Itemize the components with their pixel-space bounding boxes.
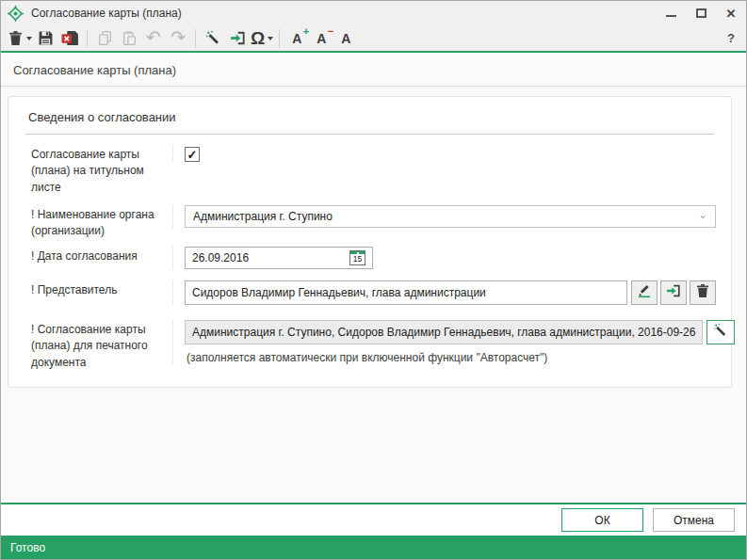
approval-info-panel: Сведения о согласовании Согласование кар… [8, 96, 732, 388]
insert-icon [230, 30, 246, 46]
copy-icon [97, 30, 113, 46]
redo-button[interactable]: ↷ [167, 27, 189, 50]
cancel-button[interactable]: Отмена [653, 508, 735, 532]
footer-button-bar: ОК Отмена [1, 504, 746, 536]
calendar-day: 15 [350, 254, 365, 264]
magic-wand-icon [713, 323, 728, 342]
status-bar: Готово [1, 536, 746, 559]
minimize-button[interactable] [656, 1, 686, 25]
form-row-representative: ! Представитель Сидоров Владимир Геннадь… [24, 280, 716, 320]
autofill-wand-icon [205, 30, 221, 46]
redo-icon: ↷ [171, 28, 186, 46]
approval-date-input[interactable]: 26.09.2016 15 [185, 247, 373, 269]
font-decrease-icon: A− [317, 32, 326, 45]
omega-icon: Ω [251, 29, 265, 47]
window-title: Согласование карты (плана) [31, 7, 182, 20]
field-label: ! Дата согласования [24, 247, 172, 264]
save-button[interactable] [34, 27, 57, 50]
toolbar-separator [195, 29, 196, 48]
representative-input[interactable]: Сидоров Владимир Геннадьевич, глава адми… [185, 280, 627, 305]
representative-value: Сидоров Владимир Геннадьевич, глава адми… [192, 286, 486, 299]
window-controls: ✕ [656, 1, 746, 25]
autofill-wand-button[interactable] [202, 27, 224, 50]
maximize-icon [696, 8, 706, 18]
copy-button[interactable] [93, 27, 116, 50]
special-symbol-button[interactable]: Ω [251, 27, 273, 50]
representative-select-button[interactable] [660, 280, 687, 305]
delete-dropdown-caret-icon [26, 37, 32, 40]
trash-icon [695, 283, 710, 302]
form-row-organization: ! Наименование органа (организации) Адми… [24, 205, 716, 247]
panel-heading: Сведения о согласовании [24, 97, 716, 134]
representative-delete-button[interactable] [690, 280, 716, 305]
paste-icon [122, 30, 138, 46]
undo-icon: ↶ [146, 28, 161, 46]
close-button[interactable]: ✕ [716, 1, 746, 25]
export-excel-icon [61, 30, 79, 46]
delete-icon [8, 30, 24, 46]
field-label: ! Согласование карты (плана) для печатно… [24, 320, 172, 371]
printed-approval-input: Администрация г. Ступино, Сидоров Владим… [185, 320, 703, 344]
form-row-printed-approval: ! Согласование карты (плана) для печатно… [24, 320, 716, 371]
status-text: Готово [10, 541, 45, 554]
approval-form: Согласование карты (плана) на титульном … [24, 135, 716, 371]
maximize-button[interactable] [686, 1, 716, 25]
toolbar: ↶ ↷ [1, 25, 746, 53]
insert-button[interactable] [226, 27, 249, 50]
representative-edit-button[interactable] [631, 280, 658, 305]
font-reset-icon: A [341, 32, 350, 45]
content-area: Согласование карты (плана) Сведения о со… [1, 53, 746, 503]
title-bar: Согласование карты (плана) ✕ [1, 1, 746, 25]
approval-date-value: 26.09.2016 [192, 251, 249, 264]
form-row-title-page-approval: Согласование карты (плана) на титульном … [24, 145, 716, 205]
paste-button[interactable] [118, 27, 140, 50]
pencil-edit-icon [637, 283, 652, 302]
title-page-approval-checkbox[interactable]: ✓ [185, 147, 200, 162]
delete-button[interactable] [8, 27, 32, 50]
chevron-down-icon: ⌄ [698, 208, 707, 221]
omega-dropdown-caret-icon [268, 37, 273, 40]
printed-approval-value: Администрация г. Ступино, Сидоров Владим… [192, 326, 695, 339]
font-increase-icon: A+ [292, 32, 301, 45]
insert-arrow-icon [666, 283, 681, 302]
autocalc-note: (заполняется автоматически при включенно… [185, 351, 735, 364]
toolbar-separator [87, 29, 88, 48]
autocalc-button[interactable] [706, 320, 735, 344]
undo-button[interactable]: ↶ [142, 27, 165, 50]
toolbar-separator [279, 29, 280, 48]
font-increase-button[interactable]: A+ [285, 27, 308, 50]
dialog-window: Согласование карты (плана) ✕ [0, 0, 747, 560]
export-excel-button[interactable] [58, 27, 81, 50]
close-icon: ✕ [726, 7, 737, 21]
font-reset-button[interactable]: A [334, 27, 357, 50]
font-decrease-button[interactable]: A− [310, 27, 333, 50]
compass-app-icon [8, 6, 24, 22]
calendar-icon[interactable]: 15 [349, 250, 365, 265]
form-row-approval-date: ! Дата согласования 26.09.2016 15 [24, 247, 716, 280]
checkmark-icon: ✓ [187, 149, 198, 161]
ok-button[interactable]: ОК [561, 508, 643, 532]
field-label: ! Наименование органа (организации) [24, 205, 172, 240]
save-icon [38, 30, 54, 46]
organization-dropdown[interactable]: Администрация г. Ступино ⌄ [185, 205, 716, 228]
help-button[interactable]: ? [727, 31, 740, 45]
field-label: Согласование карты (плана) на титульном … [24, 145, 172, 196]
page-title: Согласование карты (плана) [1, 53, 746, 87]
field-label: ! Представитель [24, 280, 172, 298]
organization-value: Администрация г. Ступино [193, 210, 333, 223]
minimize-icon [666, 15, 676, 17]
